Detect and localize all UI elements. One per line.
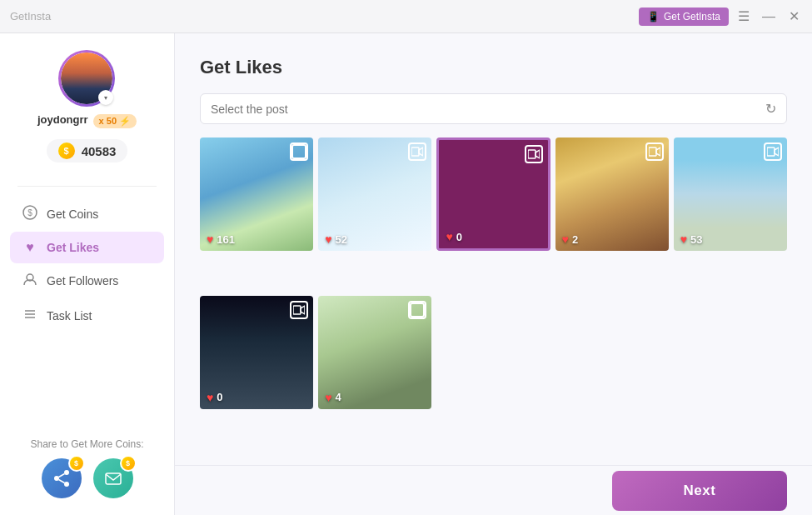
likes-count-5: 53 bbox=[690, 233, 702, 246]
task-list-nav-icon bbox=[22, 307, 38, 325]
sidebar-item-label: Get Likes bbox=[47, 241, 99, 254]
post-likes-4: ♥ 2 bbox=[562, 232, 579, 246]
post-likes-2: ♥ 52 bbox=[325, 232, 347, 246]
sidebar-item-label: Get Followers bbox=[47, 274, 118, 288]
minimize-icon[interactable]: — bbox=[760, 9, 777, 24]
sidebar-divider bbox=[17, 186, 157, 187]
heart-icon-4: ♥ bbox=[562, 232, 569, 246]
heart-icon-3: ♥ bbox=[446, 230, 452, 243]
share-buttons: $ $ bbox=[30, 458, 143, 498]
coins-nav-icon: $ bbox=[22, 205, 38, 223]
svg-point-7 bbox=[54, 476, 59, 481]
avatar-wrapper: ▾ bbox=[58, 50, 115, 107]
likes-count-1: 161 bbox=[217, 233, 235, 246]
multiplier-badge: x 50 ⚡ bbox=[93, 114, 137, 128]
get-getinsta-button[interactable]: 📱 Get GetInsta bbox=[639, 8, 729, 26]
post-video-icon-5 bbox=[764, 142, 782, 161]
heart-icon-6: ♥ bbox=[207, 391, 213, 404]
coin-icon: $ bbox=[58, 142, 75, 159]
search-input[interactable] bbox=[211, 102, 765, 116]
post-video-icon-6 bbox=[290, 301, 308, 319]
svg-text:$: $ bbox=[27, 208, 32, 218]
share-label: Share to Get More Coins: bbox=[30, 438, 143, 450]
menu-icon[interactable]: ☰ bbox=[735, 8, 752, 24]
sidebar-item-task-list[interactable]: Task List bbox=[10, 298, 164, 333]
share-social-button[interactable]: $ bbox=[42, 458, 82, 498]
svg-line-10 bbox=[58, 480, 64, 483]
title-bar: GetInsta 📱 Get GetInsta ☰ — ✕ bbox=[0, 0, 812, 33]
coins-amount: 40583 bbox=[82, 144, 117, 158]
heart-icon-2: ♥ bbox=[325, 232, 331, 246]
svg-rect-18 bbox=[767, 148, 775, 156]
likes-count-3: 0 bbox=[456, 231, 462, 243]
share-email-button[interactable]: $ bbox=[93, 458, 133, 498]
heart-icon-1: ♥ bbox=[207, 232, 213, 246]
post-likes-3: ♥ 0 bbox=[446, 230, 462, 243]
svg-rect-16 bbox=[649, 148, 656, 156]
sidebar-bottom: Share to Get More Coins: $ $ bbox=[20, 438, 153, 498]
nav-items: $ Get Coins ♥ Get Likes Get Followers Ta… bbox=[0, 197, 174, 333]
window-controls: ☰ — ✕ bbox=[735, 8, 802, 24]
search-bar: ↻ bbox=[200, 93, 787, 124]
heart-icon-5: ♥ bbox=[680, 232, 687, 246]
post-item-7[interactable]: ♥ 4 bbox=[318, 296, 431, 409]
post-video-icon-4 bbox=[645, 142, 664, 161]
post-likes-7: ♥ 4 bbox=[325, 391, 341, 404]
posts-grid: ♥ 161 ♥ 52 bbox=[200, 138, 787, 448]
post-item-1[interactable]: ♥ 161 bbox=[200, 138, 313, 251]
followers-nav-icon bbox=[22, 272, 38, 290]
svg-line-9 bbox=[58, 474, 64, 478]
likes-count-4: 2 bbox=[572, 233, 578, 246]
sidebar-item-get-likes[interactable]: ♥ Get Likes bbox=[10, 232, 164, 263]
heart-nav-icon: ♥ bbox=[22, 240, 38, 255]
sidebar-item-get-coins[interactable]: $ Get Coins bbox=[10, 197, 164, 232]
likes-count-6: 0 bbox=[217, 391, 222, 403]
post-item-6[interactable]: ♥ 0 bbox=[200, 296, 313, 409]
bottom-bar: Next bbox=[175, 465, 812, 515]
post-item-5[interactable]: ♥ 53 bbox=[674, 138, 787, 251]
svg-rect-11 bbox=[106, 473, 121, 484]
share-social-coin-badge: $ bbox=[68, 455, 85, 472]
likes-count-2: 52 bbox=[336, 233, 347, 246]
post-select-icon-7 bbox=[408, 301, 426, 319]
post-video-icon-3 bbox=[525, 145, 543, 163]
svg-point-8 bbox=[64, 482, 69, 487]
username: joydongrr bbox=[37, 113, 88, 126]
next-button[interactable]: Next bbox=[612, 471, 787, 511]
sidebar-item-label: Task List bbox=[47, 309, 92, 322]
svg-rect-14 bbox=[528, 150, 536, 158]
coins-display: $ 40583 bbox=[47, 139, 128, 162]
post-video-icon-2 bbox=[408, 142, 426, 161]
content-area: Get Likes ↻ ♥ 161 bbox=[175, 33, 812, 465]
sidebar-item-get-followers[interactable]: Get Followers bbox=[10, 263, 164, 298]
close-icon[interactable]: ✕ bbox=[785, 8, 802, 24]
share-email-coin-badge: $ bbox=[120, 455, 137, 472]
post-item-4[interactable]: ♥ 2 bbox=[555, 138, 669, 251]
title-bar-controls: 📱 Get GetInsta ☰ — ✕ bbox=[639, 8, 802, 26]
svg-rect-12 bbox=[411, 148, 419, 156]
sidebar: ▾ joydongrr x 50 ⚡ $ 40583 $ Get Coins ♥… bbox=[0, 33, 175, 515]
post-likes-6: ♥ 0 bbox=[207, 391, 223, 404]
page-title: Get Likes bbox=[200, 57, 787, 78]
main-layout: ▾ joydongrr x 50 ⚡ $ 40583 $ Get Coins ♥… bbox=[0, 33, 812, 515]
post-likes-1: ♥ 161 bbox=[207, 232, 235, 246]
refresh-icon[interactable]: ↻ bbox=[765, 101, 776, 117]
post-item-2[interactable]: ♥ 52 bbox=[318, 138, 431, 251]
profile-section: ▾ joydongrr x 50 ⚡ $ 40583 bbox=[37, 50, 137, 162]
sidebar-item-label: Get Coins bbox=[47, 208, 98, 221]
post-likes-5: ♥ 53 bbox=[680, 232, 703, 246]
smartphone-icon: 📱 bbox=[647, 11, 660, 22]
svg-point-6 bbox=[64, 470, 69, 475]
app-name: GetInsta bbox=[10, 10, 51, 22]
likes-count-7: 4 bbox=[336, 391, 341, 403]
svg-rect-20 bbox=[293, 306, 301, 314]
post-item-3[interactable]: ♥ 0 bbox=[436, 138, 550, 251]
post-select-icon-1 bbox=[290, 142, 308, 161]
heart-icon-7: ♥ bbox=[325, 391, 331, 404]
